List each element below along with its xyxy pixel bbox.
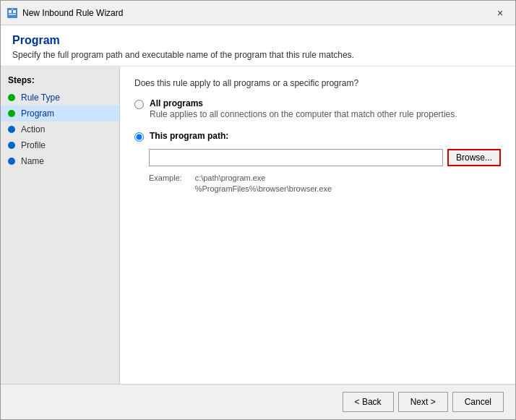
browse-button[interactable]: Browse...: [447, 149, 501, 166]
step-dot-program: [8, 110, 15, 117]
this-program-label[interactable]: This program path:: [150, 131, 228, 141]
footer: < Back Next > Cancel: [1, 384, 515, 419]
sidebar-item-program[interactable]: Program: [1, 106, 119, 121]
svg-rect-2: [13, 10, 16, 13]
step-dot-rule-type: [8, 94, 15, 101]
example-label: Example:: [149, 173, 192, 182]
this-program-section: This program path: Browse... Example: c:…: [134, 131, 501, 194]
all-programs-description: Rule applies to all connections on the c…: [150, 109, 457, 119]
sidebar-label-profile: Profile: [21, 140, 46, 150]
sidebar: Steps: Rule Type Program Action Profile …: [1, 67, 120, 384]
page-header: Program Specify the full program path an…: [1, 25, 515, 67]
example-spacer: [149, 184, 192, 193]
this-program-radio[interactable]: [134, 132, 144, 142]
all-programs-option: All programs Rule applies to all connect…: [134, 98, 501, 119]
this-program-option: This program path:: [134, 131, 501, 142]
app-icon: [7, 7, 18, 19]
svg-rect-1: [9, 10, 12, 13]
next-button[interactable]: Next >: [398, 392, 448, 412]
sidebar-item-action[interactable]: Action: [1, 121, 119, 137]
sidebar-label-rule-type: Rule Type: [21, 93, 60, 103]
all-programs-radio[interactable]: [134, 100, 144, 109]
svg-rect-3: [9, 14, 16, 15]
content-area: Steps: Rule Type Program Action Profile …: [1, 67, 515, 384]
page-subtitle: Specify the full program path and execut…: [12, 50, 504, 60]
step-dot-name: [8, 158, 15, 165]
example-line1: c:\path\program.exe: [195, 173, 266, 182]
cancel-button[interactable]: Cancel: [452, 392, 504, 412]
example-section: Example: c:\path\program.exe %ProgramFil…: [149, 172, 501, 194]
title-bar: New Inbound Rule Wizard ×: [1, 1, 515, 25]
sidebar-label-program: Program: [21, 108, 54, 119]
back-button[interactable]: < Back: [343, 392, 394, 412]
program-path-row: Browse...: [149, 149, 501, 166]
page-title: Program: [12, 34, 504, 47]
all-programs-text-group: All programs Rule applies to all connect…: [150, 98, 457, 119]
window-title: New Inbound Rule Wizard: [22, 8, 491, 18]
steps-label: Steps:: [1, 75, 119, 90]
question-text: Does this rule apply to all programs or …: [134, 78, 501, 88]
main-content: Does this rule apply to all programs or …: [120, 67, 515, 384]
step-dot-action: [8, 126, 15, 133]
sidebar-label-name: Name: [21, 156, 44, 166]
sidebar-item-profile[interactable]: Profile: [1, 137, 119, 153]
sidebar-item-rule-type[interactable]: Rule Type: [1, 90, 119, 106]
sidebar-label-action: Action: [21, 124, 45, 134]
wizard-window: New Inbound Rule Wizard × Program Specif…: [0, 0, 516, 420]
all-programs-label[interactable]: All programs: [150, 98, 457, 108]
example-line2: %ProgramFiles%\browser\browser.exe: [195, 184, 332, 193]
program-path-input[interactable]: [149, 149, 443, 166]
step-dot-profile: [8, 142, 15, 149]
close-button[interactable]: ×: [491, 4, 509, 22]
sidebar-item-name[interactable]: Name: [1, 153, 119, 169]
